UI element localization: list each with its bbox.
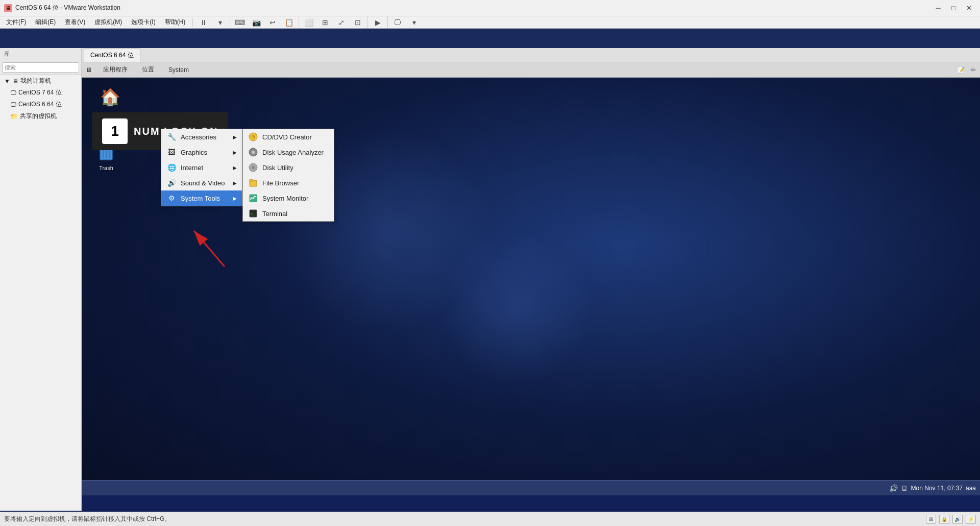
svg-point-10 xyxy=(252,151,255,154)
revert-snapshot[interactable]: ↩ xyxy=(265,15,280,30)
tree-label: CentOS 7 64 位 xyxy=(18,88,62,97)
sep2 xyxy=(299,16,299,29)
window-title: CentOS 6 64 位 - VMware Workstation xyxy=(15,4,120,12)
arrow-icon: ▶ xyxy=(233,134,237,140)
arrow-icon: ▶ xyxy=(233,196,237,201)
take-snapshot[interactable]: 📷 xyxy=(249,15,264,30)
vm-tab-bar: CentOS 6 64 位 xyxy=(82,48,980,62)
taskbar-right: 🔊 🖥 Mon Nov 11, 07:37 aaa xyxy=(889,484,976,492)
disk-usage-icon xyxy=(248,147,258,157)
tree-item-shared[interactable]: 📁 共享的虚拟机 xyxy=(0,110,81,122)
task-icon2: ✏ xyxy=(971,66,976,74)
sidebar-header: 库 xyxy=(0,48,81,60)
vm-nav-system[interactable]: System xyxy=(163,65,194,75)
screen-taskbar-icon[interactable]: 🖥 xyxy=(901,484,908,492)
view-fit[interactable]: ⊡ xyxy=(350,15,365,30)
svg-rect-14 xyxy=(250,179,253,181)
home-icon: 🏠 xyxy=(98,85,122,109)
menu-edit[interactable]: 编辑(E) xyxy=(31,17,60,28)
menu-tabs[interactable]: 选项卡(I) xyxy=(127,17,159,28)
task-icon1: 📝 xyxy=(957,66,965,74)
submenu-system-monitor[interactable]: System Monitor xyxy=(243,190,334,206)
menu-sound-video[interactable]: 🔊 Sound & Video ▶ xyxy=(161,175,242,190)
svg-text:>_: >_ xyxy=(251,212,255,216)
sep1 xyxy=(230,16,230,29)
terminal-icon: >_ xyxy=(248,208,258,219)
vm-settings-arrow[interactable]: ▾ xyxy=(406,15,422,30)
menu-bar: 文件(F) 编辑(E) 查看(V) 虚拟机(M) 选项卡(I) 帮助(H) ⏸ … xyxy=(0,16,980,29)
app-menu: 🔧 Accessories ▶ 🖼 Graphics ▶ 🌐 Internet … xyxy=(161,129,242,206)
vm-tab-centos6[interactable]: CentOS 6 64 位 xyxy=(84,49,140,62)
sep3 xyxy=(368,16,368,29)
close-button[interactable]: ✕ xyxy=(962,3,976,14)
graphics-icon: 🖼 xyxy=(166,147,177,157)
red-arrow-annotation xyxy=(184,221,245,272)
menu-vm[interactable]: 虚拟机(M) xyxy=(90,17,126,28)
status-btn3[interactable]: 🔊 xyxy=(952,515,963,524)
status-right: ⊞ 🔒 🔊 ⚡ xyxy=(926,515,976,524)
svg-line-19 xyxy=(194,231,225,267)
vm-inner-header: 🖥 应用程序 位置 System 📝 ✏ xyxy=(82,62,980,78)
status-btn2[interactable]: 🔒 xyxy=(939,515,949,524)
snapshot-manager[interactable]: 📋 xyxy=(281,15,297,30)
menu-system-tools[interactable]: ⚙ System Tools ▶ xyxy=(161,190,242,206)
pause-button[interactable]: ⏸ xyxy=(196,15,211,30)
tree-item-centos6[interactable]: 🖵 CentOS 6 64 位 xyxy=(0,99,81,110)
submenu-disk-usage[interactable]: Disk Usage Analyzer xyxy=(243,145,334,160)
arrow-icon: ▶ xyxy=(233,150,237,155)
menu-internet[interactable]: 🌐 Internet ▶ xyxy=(161,160,242,175)
submenu-cddvd[interactable]: CD/DVD Creator xyxy=(243,129,334,145)
disk-utility-icon xyxy=(248,162,258,173)
system-tools-icon: ⚙ xyxy=(166,193,177,203)
dropdown-button[interactable]: ▾ xyxy=(212,15,228,30)
menu-view[interactable]: 查看(V) xyxy=(61,17,89,28)
cddvd-icon xyxy=(248,132,258,142)
submenu-disk-utility[interactable]: Disk Utility xyxy=(243,160,334,175)
status-btn4[interactable]: ⚡ xyxy=(966,515,976,524)
vm-settings[interactable]: 🖵 xyxy=(390,15,405,30)
desktop[interactable]: 🏠 lihao's Home Trash xyxy=(82,78,980,495)
trash-label: Trash xyxy=(99,165,113,171)
view-fs[interactable]: ⤢ xyxy=(334,15,349,30)
main-area: 库 ▼ 🖥 我的计算机 🖵 CentOS 7 64 位 🖵 CentOS 6 6… xyxy=(0,48,980,511)
menu-graphics[interactable]: 🖼 Graphics ▶ xyxy=(161,145,242,160)
search-input[interactable] xyxy=(2,62,79,73)
tree-label: CentOS 6 64 位 xyxy=(18,100,62,109)
arrow-icon: ▶ xyxy=(233,165,237,171)
menu-accessories[interactable]: 🔧 Accessories ▶ xyxy=(161,129,242,145)
view-normal[interactable]: ⬜ xyxy=(301,15,316,30)
sound-icon: 🔊 xyxy=(166,178,177,188)
taskbar: 🔊 🖥 Mon Nov 11, 07:37 aaa xyxy=(82,480,980,495)
accessories-icon: 🔧 xyxy=(166,132,177,142)
vm-inner-icon: 🖥 xyxy=(86,66,92,74)
vm-icon: 🖵 xyxy=(10,89,16,97)
toolbar-separator xyxy=(192,18,193,27)
submenu-terminal[interactable]: >_ Terminal xyxy=(243,206,334,221)
view-unity[interactable]: ⊞ xyxy=(317,15,333,30)
system-monitor-icon xyxy=(248,193,258,203)
sound-taskbar-icon[interactable]: 🔊 xyxy=(889,484,898,492)
status-btn1[interactable]: ⊞ xyxy=(926,515,936,524)
menu-help[interactable]: 帮助(H) xyxy=(161,17,190,28)
tree-item-mycomputer[interactable]: ▼ 🖥 我的计算机 xyxy=(0,75,81,87)
sep4 xyxy=(387,16,388,29)
submenu-file-browser[interactable]: File Browser xyxy=(243,175,334,190)
menu-file[interactable]: 文件(F) xyxy=(2,17,30,28)
maximize-button[interactable]: □ xyxy=(946,3,961,14)
vm-icon: 🖵 xyxy=(10,101,16,108)
title-bar-left: 🖥 CentOS 6 64 位 - VMware Workstation xyxy=(4,4,120,12)
tree-item-centos7[interactable]: 🖵 CentOS 7 64 位 xyxy=(0,87,81,99)
window-controls: ─ □ ✕ xyxy=(931,3,976,14)
taskbar-time: Mon Nov 11, 07:37 xyxy=(911,485,963,492)
view-play[interactable]: ▶ xyxy=(370,15,385,30)
title-bar: 🖥 CentOS 6 64 位 - VMware Workstation ─ □… xyxy=(0,0,980,16)
expand-icon: ▼ xyxy=(4,78,10,85)
deco-circle2 xyxy=(439,231,592,384)
computer-icon: 🖥 xyxy=(12,78,18,85)
vm-nav-applications[interactable]: 应用程序 xyxy=(98,64,133,75)
minimize-button[interactable]: ─ xyxy=(931,3,945,14)
numlock-number: 1 xyxy=(102,118,128,144)
send-ctrl-alt-del[interactable]: ⌨ xyxy=(232,15,248,30)
vm-nav-places[interactable]: 位置 xyxy=(137,64,159,75)
svg-point-8 xyxy=(253,136,254,138)
